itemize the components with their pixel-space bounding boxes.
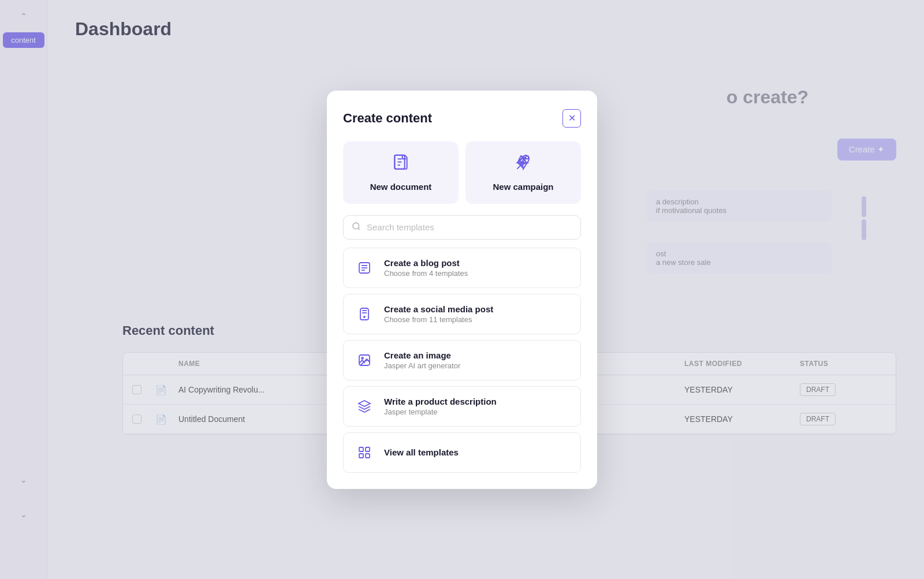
blog-post-icon (353, 256, 376, 279)
svg-rect-17 (359, 447, 363, 451)
document-icon (353, 154, 449, 176)
create-image-title: Create an image (384, 350, 460, 360)
create-content-modal: Create content ✕ New document (327, 91, 597, 489)
new-document-label: New document (353, 182, 449, 192)
template-item-create-image[interactable]: Create an image Jasper AI art generator (343, 340, 581, 380)
template-item-blog-post[interactable]: Create a blog post Choose from 4 templat… (343, 248, 581, 288)
svg-point-12 (364, 316, 365, 317)
view-all-templates-item[interactable]: View all templates (343, 432, 581, 473)
social-media-title: Create a social media post (384, 304, 493, 314)
search-input[interactable] (367, 222, 572, 232)
campaign-icon (475, 154, 571, 176)
search-box[interactable] (343, 215, 581, 240)
modal-title: Create content (343, 111, 432, 126)
social-media-text: Create a social media post Choose from 1… (384, 304, 493, 324)
modal-header: Create content ✕ (343, 109, 581, 128)
new-campaign-card[interactable]: New campaign (465, 141, 581, 204)
product-description-subtitle: Jasper template (384, 408, 497, 416)
view-all-icon (353, 441, 376, 464)
svg-point-16 (362, 357, 363, 359)
svg-rect-19 (359, 454, 363, 458)
new-campaign-label: New campaign (475, 182, 571, 192)
product-description-text: Write a product description Jasper templ… (384, 397, 497, 416)
product-description-icon (353, 395, 376, 418)
close-button[interactable]: ✕ (562, 109, 581, 128)
create-image-text: Create an image Jasper AI art generator (384, 350, 460, 370)
blog-post-subtitle: Choose from 4 templates (384, 269, 468, 278)
close-icon: ✕ (568, 113, 576, 124)
svg-rect-11 (360, 308, 368, 320)
create-image-icon (353, 349, 376, 372)
blog-post-title: Create a blog post (384, 258, 468, 268)
svg-rect-18 (366, 447, 370, 451)
template-item-product-description[interactable]: Write a product description Jasper templ… (343, 386, 581, 427)
template-item-social-media[interactable]: Create a social media post Choose from 1… (343, 294, 581, 334)
svg-point-5 (353, 223, 359, 229)
search-icon (352, 222, 361, 233)
product-description-title: Write a product description (384, 397, 497, 406)
option-cards-container: New document New campaign (343, 141, 581, 204)
social-media-icon (353, 302, 376, 326)
blog-post-text: Create a blog post Choose from 4 templat… (384, 258, 468, 278)
svg-rect-20 (366, 454, 370, 458)
new-document-card[interactable]: New document (343, 141, 459, 204)
svg-line-6 (358, 228, 360, 230)
create-image-subtitle: Jasper AI art generator (384, 361, 460, 370)
view-all-label: View all templates (384, 447, 459, 457)
social-media-subtitle: Choose from 11 templates (384, 315, 493, 324)
